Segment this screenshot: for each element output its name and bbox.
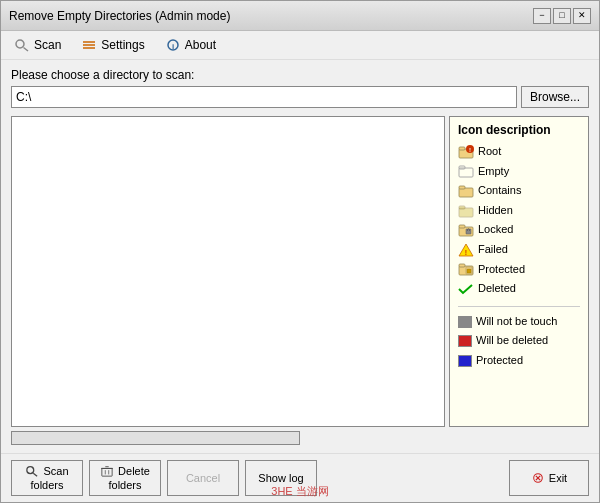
progress-row: [11, 431, 589, 445]
legend-item-deleted: Deleted: [458, 280, 580, 298]
directory-input[interactable]: [11, 86, 517, 108]
close-button[interactable]: ✕: [573, 8, 591, 24]
directory-label: Please choose a directory to scan:: [11, 68, 589, 82]
svg-rect-19: [466, 229, 471, 234]
svg-rect-14: [459, 186, 465, 189]
menu-bar: Scan Settings i About: [1, 31, 599, 60]
scan-folders-icon: [25, 465, 39, 477]
failed-icon: !: [458, 243, 474, 257]
legend-item-empty: Empty: [458, 163, 580, 181]
legend-item-protected: Protected: [458, 261, 580, 279]
exit-button[interactable]: Exit: [509, 460, 589, 496]
content-area: Please choose a directory to scan: Brows…: [1, 60, 599, 453]
svg-line-27: [34, 473, 38, 476]
deleted-color-box: [458, 335, 472, 347]
about-icon: i: [165, 37, 181, 53]
protected-color-box: [458, 355, 472, 367]
menu-about[interactable]: i About: [156, 34, 225, 56]
directory-input-row: Browse...: [11, 86, 589, 108]
delete-folders-label-2: folders: [108, 479, 141, 491]
svg-text:i: i: [172, 42, 174, 51]
not-touch-label: Will not be touch: [476, 313, 557, 331]
exit-icon: [531, 472, 545, 484]
legend-panel: Icon description ! Root: [449, 116, 589, 427]
svg-rect-16: [459, 206, 465, 209]
protected-color-label: Protected: [476, 352, 523, 370]
menu-settings-label: Settings: [101, 38, 144, 52]
exit-icon-row: Exit: [531, 472, 567, 484]
tree-panel[interactable]: [11, 116, 445, 427]
empty-icon: [458, 164, 474, 178]
menu-about-label: About: [185, 38, 216, 52]
main-panel: Icon description ! Root: [11, 116, 589, 427]
svg-point-26: [27, 467, 34, 474]
legend-item-failed: ! Failed: [458, 241, 580, 259]
cancel-button[interactable]: Cancel: [167, 460, 239, 496]
footer-buttons: Scan folders Delete folders Cancel Show …: [1, 453, 599, 502]
scan-icon: [14, 37, 30, 53]
deleted-icon: [458, 282, 474, 296]
window-controls: − □ ✕: [533, 8, 591, 24]
show-log-button[interactable]: Show log: [245, 460, 317, 496]
svg-text:!: !: [465, 248, 467, 255]
scan-folders-label-2: folders: [30, 479, 63, 491]
legend-failed-label: Failed: [478, 241, 508, 259]
legend-color-protected: Protected: [458, 352, 580, 370]
root-icon: !: [458, 145, 474, 159]
locked-icon: [458, 223, 474, 237]
legend-deleted-label: Deleted: [478, 280, 516, 298]
svg-rect-25: [467, 269, 471, 273]
legend-contains-label: Contains: [478, 182, 521, 200]
svg-point-0: [16, 40, 24, 48]
browse-button[interactable]: Browse...: [521, 86, 589, 108]
maximize-button[interactable]: □: [553, 8, 571, 24]
legend-item-root: ! Root: [458, 143, 580, 161]
legend-color-not-touch: Will not be touch: [458, 313, 580, 331]
legend-protected-label: Protected: [478, 261, 525, 279]
svg-line-1: [24, 48, 29, 52]
legend-item-contains: Contains: [458, 182, 580, 200]
svg-rect-28: [102, 468, 112, 476]
scan-folders-label-1: Scan: [43, 465, 68, 477]
menu-scan[interactable]: Scan: [5, 34, 70, 56]
cancel-label: Cancel: [186, 472, 220, 484]
exit-label: Exit: [549, 472, 567, 484]
delete-folders-icon: [100, 465, 114, 477]
menu-scan-label: Scan: [34, 38, 61, 52]
show-log-label: Show log: [258, 472, 303, 484]
main-window: Remove Empty Directories (Admin mode) − …: [0, 0, 600, 503]
menu-settings[interactable]: Settings: [72, 34, 153, 56]
svg-rect-18: [459, 225, 465, 228]
window-title: Remove Empty Directories (Admin mode): [9, 9, 230, 23]
legend-hidden-label: Hidden: [478, 202, 513, 220]
delete-folders-button[interactable]: Delete folders: [89, 460, 161, 496]
svg-rect-23: [459, 264, 465, 267]
legend-item-locked: Locked: [458, 221, 580, 239]
svg-text:!: !: [469, 147, 471, 153]
svg-rect-8: [459, 147, 465, 150]
protected-icon: [458, 262, 474, 276]
legend-divider: [458, 306, 580, 307]
legend-locked-label: Locked: [478, 221, 513, 239]
contains-icon: [458, 184, 474, 198]
will-be-deleted-label: Will be deleted: [476, 332, 548, 350]
legend-title: Icon description: [458, 123, 580, 137]
legend-root-label: Root: [478, 143, 501, 161]
scan-folders-button[interactable]: Scan folders: [11, 460, 83, 496]
settings-icon: [81, 37, 97, 53]
minimize-button[interactable]: −: [533, 8, 551, 24]
legend-color-deleted: Will be deleted: [458, 332, 580, 350]
scan-folders-icon-row: Scan: [25, 465, 68, 477]
title-bar: Remove Empty Directories (Admin mode) − …: [1, 1, 599, 31]
delete-folders-icon-row: Delete: [100, 465, 150, 477]
legend-item-hidden: Hidden: [458, 202, 580, 220]
delete-folders-label-1: Delete: [118, 465, 150, 477]
not-touch-color-box: [458, 316, 472, 328]
progress-bar: [11, 431, 300, 445]
hidden-icon: [458, 204, 474, 218]
legend-empty-label: Empty: [478, 163, 509, 181]
